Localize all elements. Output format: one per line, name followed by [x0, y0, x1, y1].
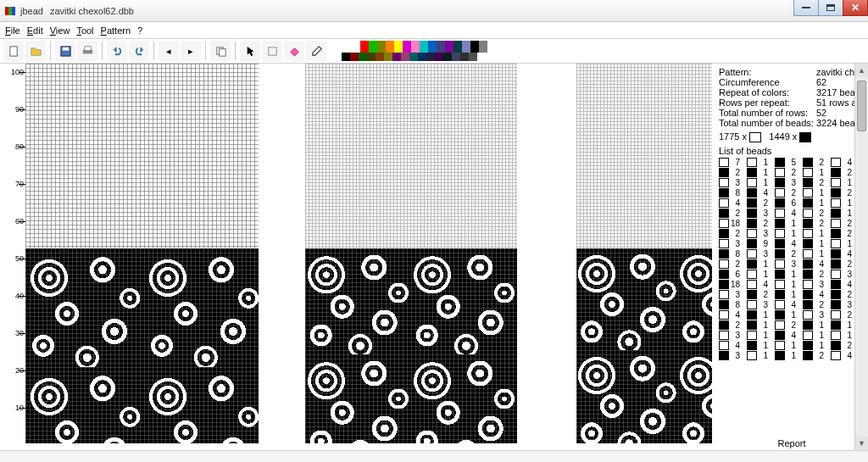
redo-button[interactable]: [129, 41, 149, 61]
bead-row: 6: [719, 270, 740, 279]
palette-color[interactable]: [462, 41, 470, 53]
palette-color[interactable]: [359, 53, 367, 61]
vertical-scrollbar[interactable]: ▲ ▼: [854, 64, 868, 450]
palette-color[interactable]: [384, 53, 392, 61]
color-counts: 1775 x 1449 x: [719, 131, 866, 142]
fill-tool[interactable]: [284, 41, 304, 61]
scroll-thumb[interactable]: [857, 81, 866, 131]
open-button[interactable]: [25, 41, 46, 61]
palette-color[interactable]: [469, 53, 477, 61]
palette-color[interactable]: [452, 53, 460, 61]
palette-color[interactable]: [453, 41, 462, 53]
palette-color[interactable]: [426, 53, 435, 61]
bead-row: 2: [831, 310, 852, 320]
palette-color[interactable]: [392, 53, 401, 61]
palette-color[interactable]: [409, 53, 418, 61]
palette-color[interactable]: [386, 41, 394, 53]
palette-color[interactable]: [352, 41, 360, 53]
menu-help[interactable]: ?: [137, 25, 142, 36]
palette-color[interactable]: [470, 41, 479, 53]
bead-row: 2: [719, 168, 740, 177]
bead-row: 7: [719, 158, 740, 167]
bead-row: 2: [803, 300, 824, 309]
palette-color[interactable]: [445, 41, 453, 53]
palette-color[interactable]: [460, 53, 469, 61]
bead-row: 2: [803, 219, 824, 228]
bead-row: 2: [831, 229, 852, 238]
svg-rect-7: [268, 47, 275, 54]
draft-canvas[interactable]: [25, 64, 259, 443]
new-button[interactable]: [3, 41, 24, 61]
menu-edit[interactable]: Edit: [27, 25, 43, 36]
bead-row: 3: [719, 331, 740, 340]
menu-file[interactable]: File: [5, 25, 20, 36]
palette-color[interactable]: [443, 53, 452, 61]
color-palette[interactable]: [342, 41, 487, 61]
palette-color[interactable]: [342, 53, 350, 61]
bead-row: 2: [775, 320, 796, 330]
bead-row: 1: [831, 320, 852, 330]
pattern-info-table: Pattern:zavitki chexol62.db Circumferenc…: [719, 67, 868, 128]
bead-row: 3: [719, 351, 740, 360]
copy-button[interactable]: [210, 41, 231, 61]
bead-row: 2: [719, 209, 740, 218]
palette-color[interactable]: [403, 41, 411, 53]
scroll-up-button[interactable]: ▲: [855, 64, 868, 77]
eyedropper-tool[interactable]: [306, 41, 326, 61]
bead-row: 1: [831, 209, 852, 218]
bead-row: 1: [803, 239, 824, 248]
scroll-down-button[interactable]: ▼: [855, 437, 868, 450]
simulation-canvas[interactable]: [576, 64, 712, 443]
maximize-button[interactable]: [818, 0, 843, 16]
palette-color[interactable]: [394, 41, 403, 53]
minimize-button[interactable]: [793, 0, 819, 16]
palette-color[interactable]: [418, 53, 426, 61]
print-button[interactable]: [77, 41, 97, 61]
rotate-right-button[interactable]: ▸: [181, 41, 201, 61]
bead-row: 1: [803, 341, 824, 350]
bead-list: List of beads 72384218238261838423431114…: [719, 146, 866, 360]
menu-pattern[interactable]: Pattern: [101, 25, 131, 36]
workspace: 100908070605040302010 Draft Corrected Si…: [0, 64, 868, 450]
undo-button[interactable]: [107, 41, 127, 61]
corrected-canvas[interactable]: [305, 64, 517, 443]
bead-row: 8: [719, 300, 740, 309]
svg-rect-0: [9, 46, 16, 55]
bead-row: 1: [775, 310, 796, 320]
bead-row: 3: [747, 249, 768, 259]
bead-row: 2: [831, 341, 852, 350]
palette-color[interactable]: [369, 41, 377, 53]
bead-row: 3: [775, 178, 796, 187]
rotate-left-button[interactable]: ◂: [159, 41, 179, 61]
bead-row: 4: [775, 300, 796, 309]
report-label: Report: [715, 438, 868, 448]
bead-row: 1: [747, 270, 768, 279]
palette-color[interactable]: [377, 41, 386, 53]
palette-color[interactable]: [367, 53, 376, 61]
palette-color[interactable]: [420, 41, 428, 53]
palette-color[interactable]: [479, 41, 487, 53]
statusbar: [0, 450, 868, 462]
menu-tool[interactable]: Tool: [76, 25, 93, 36]
select-tool[interactable]: [262, 41, 282, 61]
bead-row: 4: [831, 280, 852, 289]
palette-color[interactable]: [350, 53, 359, 61]
palette-color[interactable]: [437, 41, 445, 53]
save-button[interactable]: [55, 41, 75, 61]
bead-row: 4: [747, 280, 768, 289]
pointer-tool[interactable]: [240, 41, 260, 61]
palette-color[interactable]: [411, 41, 420, 53]
close-button[interactable]: ✕: [843, 0, 868, 16]
bead-row: 1: [803, 229, 824, 238]
bead-row: 2: [719, 320, 740, 330]
menu-view[interactable]: View: [50, 25, 70, 36]
palette-color[interactable]: [376, 53, 384, 61]
bead-row: 2: [803, 178, 824, 187]
bead-row: 4: [775, 209, 796, 218]
palette-color[interactable]: [360, 41, 369, 53]
palette-color[interactable]: [401, 53, 409, 61]
bead-row: 1: [747, 341, 768, 350]
palette-color[interactable]: [435, 53, 443, 61]
info-panel: Pattern:zavitki chexol62.db Circumferenc…: [715, 64, 868, 450]
palette-color[interactable]: [428, 41, 437, 53]
